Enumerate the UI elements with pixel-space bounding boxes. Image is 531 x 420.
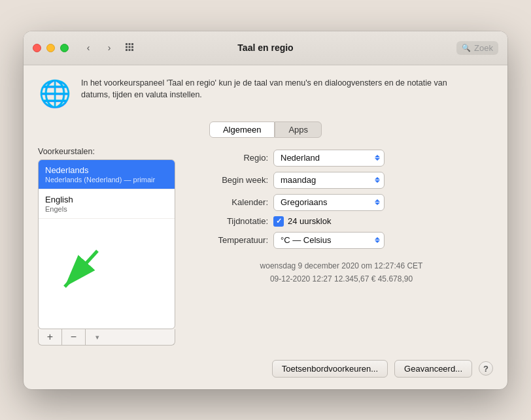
search-placeholder: Zoek <box>474 43 493 53</box>
window: ‹ › Taal en regio 🔍 Zoek <box>24 31 507 389</box>
tijdnotatie-checkbox[interactable]: ✓ <box>273 216 284 227</box>
date-preview: woensdag 9 december 2020 om 12:27:46 CET… <box>190 259 493 286</box>
regio-select[interactable]: Nederland <box>273 150 385 167</box>
keyboard-preferences-button[interactable]: Toetsenbordvoorkeuren... <box>272 360 388 378</box>
select-arrow-icon <box>375 237 380 243</box>
begin-week-value: maandag <box>281 175 316 185</box>
language-sub: Nederlands (Nederland) — primair <box>45 176 168 184</box>
svg-rect-1 <box>129 43 131 45</box>
language-name: English <box>45 195 168 204</box>
traffic-lights <box>33 44 69 52</box>
svg-rect-8 <box>131 49 133 51</box>
svg-rect-6 <box>126 49 128 51</box>
kalender-row: Kalender: Gregoriaans <box>190 194 493 211</box>
svg-rect-3 <box>126 46 128 48</box>
temperatuur-value: °C — Celsius <box>281 235 331 245</box>
svg-line-10 <box>65 251 97 287</box>
temperatuur-row: Temperatuur: °C — Celsius <box>190 232 493 249</box>
help-button[interactable]: ? <box>479 361 493 376</box>
voorkeurstalen-label: Voorkeurstalen: <box>38 147 175 156</box>
maximize-button[interactable] <box>60 44 69 52</box>
main-area: Voorkeurstalen: Nederlands Nederlands (N… <box>38 147 493 346</box>
kalender-label: Kalender: <box>190 197 268 207</box>
tijdnotatie-label: Tijdnotatie: <box>190 216 268 226</box>
svg-rect-7 <box>129 49 131 51</box>
select-arrow-icon <box>375 155 380 161</box>
svg-rect-5 <box>131 46 133 48</box>
select-arrow-icon <box>375 199 380 205</box>
remove-language-button[interactable]: − <box>62 329 86 345</box>
nav-buttons: ‹ › <box>79 40 118 55</box>
titlebar: ‹ › Taal en regio 🔍 Zoek <box>24 31 507 65</box>
content-area: 🌐 In het voorkeurspaneel 'Taal en regio'… <box>24 65 507 389</box>
select-arrow-icon <box>375 177 380 183</box>
more-options-button[interactable]: ▾ <box>86 329 109 345</box>
tijdnotatie-row: Tijdnotatie: ✓ 24 uursklok <box>190 216 493 227</box>
back-button[interactable]: ‹ <box>79 40 97 55</box>
language-name: Nederlands <box>45 165 168 175</box>
regio-row: Regio: Nederland <box>190 150 493 167</box>
svg-rect-4 <box>129 46 131 48</box>
tijdnotatie-text: 24 uursklok <box>288 216 331 226</box>
tabs: Algemeen Apps <box>38 121 493 138</box>
svg-rect-2 <box>131 43 133 45</box>
kalender-value: Gregoriaans <box>281 197 328 207</box>
temperatuur-label: Temperatuur: <box>190 235 268 245</box>
regio-value: Nederland <box>281 153 320 163</box>
temperatuur-select[interactable]: °C — Celsius <box>273 232 385 249</box>
bottom-bar: Toetsenbordvoorkeuren... Geavanceerd... … <box>38 357 493 378</box>
language-list: Nederlands Nederlands (Nederland) — prim… <box>38 159 175 329</box>
window-title: Taal en regio <box>237 42 293 53</box>
begin-week-row: Begin week: maandag <box>190 172 493 189</box>
grid-button[interactable] <box>121 40 139 55</box>
info-header: 🌐 In het voorkeurspaneel 'Taal en regio'… <box>38 77 493 111</box>
add-language-button[interactable]: + <box>39 329 62 345</box>
tab-algemeen[interactable]: Algemeen <box>209 121 275 138</box>
begin-week-label: Begin week: <box>190 175 268 185</box>
language-sub: Engels <box>45 205 168 213</box>
titlebar-title: Taal en regio <box>237 42 293 53</box>
close-button[interactable] <box>33 44 41 52</box>
tijdnotatie-checkbox-area: ✓ 24 uursklok <box>273 216 331 227</box>
search-icon: 🔍 <box>462 44 471 52</box>
minimize-button[interactable] <box>46 44 55 52</box>
list-item[interactable]: English Engels <box>39 189 175 219</box>
globe-icon: 🌐 <box>38 77 72 111</box>
regio-label: Regio: <box>190 153 268 163</box>
arrow-indicator <box>52 244 117 306</box>
info-text: In het voorkeurspaneel 'Taal en regio' k… <box>81 77 460 102</box>
svg-rect-0 <box>126 43 128 45</box>
date-preview-line2: 09-12-2020 12:27 12.345,67 € 45.678,90 <box>190 272 493 285</box>
tab-apps[interactable]: Apps <box>275 121 322 138</box>
kalender-select[interactable]: Gregoriaans <box>273 194 385 211</box>
advanced-button[interactable]: Geavanceerd... <box>394 360 472 378</box>
list-item[interactable]: Nederlands Nederlands (Nederland) — prim… <box>39 160 175 189</box>
language-panel: Voorkeurstalen: Nederlands Nederlands (N… <box>38 147 175 346</box>
list-toolbar: + − ▾ <box>38 329 175 346</box>
right-panel: Regio: Nederland Begin week: maandag <box>190 147 493 346</box>
date-preview-line1: woensdag 9 december 2020 om 12:27:46 CET <box>190 259 493 272</box>
search-box[interactable]: 🔍 Zoek <box>456 41 498 55</box>
forward-button[interactable]: › <box>100 40 118 55</box>
begin-week-select[interactable]: maandag <box>273 172 385 189</box>
